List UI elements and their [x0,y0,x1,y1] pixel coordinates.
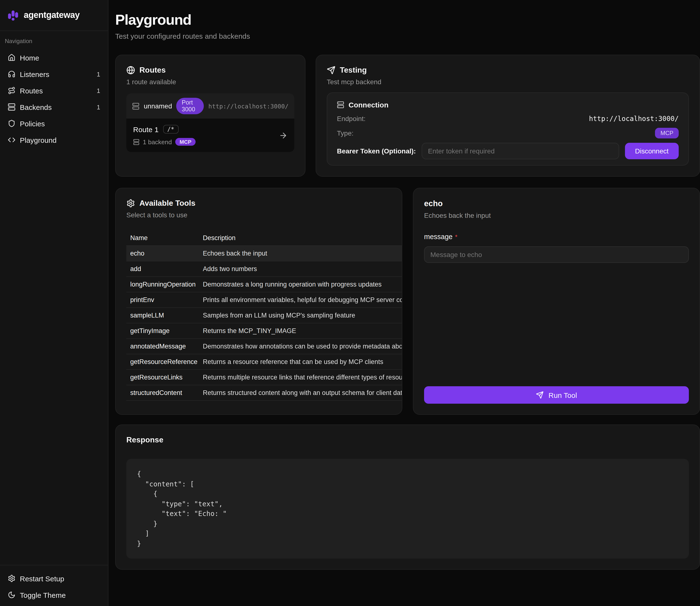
route-info: Route 1 /* 1 backend MCP [133,125,279,146]
code-icon [8,136,16,144]
tool-row-structuredcontent[interactable]: structuredContentReturns structured cont… [126,385,402,400]
tool-runner-card: echo Echoes back the input message* Run … [413,188,700,415]
column-header-name: Name [126,230,199,246]
agentgateway-logo-icon [7,9,19,22]
run-tool-button[interactable]: Run Tool [424,386,689,404]
tool-row-echo[interactable]: echoEchoes back the input [126,246,402,261]
listener-url: http://localhost:3000/ [208,102,288,110]
route-name: Route 1 [133,125,159,133]
bearer-token-label: Bearer Token (Optional): [337,147,416,155]
nav-section-label: Navigation [4,37,104,49]
endpoint-label: Endpoint: [337,115,366,122]
required-marker: * [455,233,458,240]
tool-row-gettinyimage[interactable]: getTinyImageReturns the MCP_TINY_IMAGE [126,323,402,339]
sidebar-item-count: 1 [97,87,100,94]
globe-icon [126,66,135,74]
connection-title: Connection [349,100,389,109]
sidebar-item-label: Listeners [20,70,49,78]
tool-runner-title: echo [424,199,689,208]
routes-card: Routes 1 route available unnamed Port 30… [115,55,305,177]
routes-card-title: Routes [139,66,166,74]
route-list-item[interactable]: Route 1 /* 1 backend MCP [126,119,294,152]
server-icon [8,103,16,111]
tool-row-getresourcereference[interactable]: getResourceReferenceReturns a resource r… [126,354,402,370]
sidebar-item-routes[interactable]: Routes 1 [4,82,104,99]
top-row: Routes 1 route available unnamed Port 30… [115,55,700,177]
tool-row-samplellm[interactable]: sampleLLMSamples from an LLM using MCP's… [126,308,402,323]
sidebar-item-label: Playground [20,136,56,144]
connection-header: Connection [337,98,679,111]
routes-card-subtitle: 1 route available [126,78,294,86]
available-tools-card: Available Tools Select a tools to use Na… [115,188,402,415]
type-badge: MCP [655,128,679,138]
sidebar-item-label: Home [20,53,39,62]
tool-row-getresourcelinks[interactable]: getResourceLinksReturns multiple resourc… [126,370,402,385]
response-json-block: { "content": [ { "type": "text", "text":… [126,459,689,559]
response-card: Response { "content": [ { "type": "text"… [115,424,700,570]
toggle-theme-label: Toggle Theme [20,591,66,599]
run-tool-label: Run Tool [549,391,577,399]
restart-setup-button[interactable]: Restart Setup [4,570,104,587]
tool-row-add[interactable]: addAdds two numbers [126,261,402,277]
page-title: Playground [115,11,700,28]
listener-name: unnamed [144,102,172,110]
sidebar-item-label: Routes [20,86,43,95]
sidebar-item-listeners[interactable]: Listeners 1 [4,66,104,82]
sidebar-item-label: Backends [20,103,52,111]
port-badge: Port 3000 [177,98,204,114]
tools-card-title: Available Tools [139,199,195,208]
arrow-right-icon [279,131,287,140]
route-path-badge: /* [163,125,179,134]
gear-icon [126,199,135,208]
sidebar: agentgateway Navigation Home Listeners 1… [0,0,109,606]
testing-card-subtitle: Test mcp backend [327,78,689,86]
bearer-token-input[interactable] [422,143,619,159]
disconnect-button[interactable]: Disconnect [625,143,679,159]
shield-icon [8,120,16,127]
response-card-title: Response [126,436,163,444]
middle-row: Available Tools Select a tools to use Na… [115,188,700,415]
testing-card-header: Testing [327,66,689,74]
send-icon [327,66,335,74]
endpoint-row: Endpoint: http://localhost:3000/ [337,111,679,126]
tool-row-longrunningoperation[interactable]: longRunningOperationDemonstrates a long … [126,277,402,292]
testing-card: Testing Test mcp backend Connection Endp… [316,55,700,177]
server-icon [337,101,344,108]
tools-table: Name Description echoEchoes back the inp… [126,230,402,401]
connection-panel: Connection Endpoint: http://localhost:30… [327,92,689,166]
sidebar-item-label: Policies [20,119,45,127]
moon-icon [8,591,16,599]
testing-card-title: Testing [340,66,367,74]
sidebar-item-playground[interactable]: Playground [4,132,104,148]
type-row: Type: MCP [337,126,679,140]
message-field-label: message* [424,233,689,240]
playground-page: agentgateway Navigation Home Listeners 1… [0,0,700,606]
sidebar-item-home[interactable]: Home [4,49,104,66]
tool-row-printenv[interactable]: printEnvPrints all environment variables… [126,292,402,308]
tools-card-header: Available Tools [126,199,391,208]
server-icon [133,139,139,145]
page-subtitle: Test your configured routes and backends [115,32,700,40]
tools-card-subtitle: Select a tools to use [126,211,391,219]
message-input[interactable] [424,247,689,263]
listener-row: unnamed Port 3000 http://localhost:3000/ [126,93,294,119]
route-icon [8,87,16,94]
listener-group: unnamed Port 3000 http://localhost:3000/… [126,93,294,152]
response-card-header: Response [126,436,689,444]
endpoint-value: http://localhost:3000/ [589,115,679,122]
sidebar-item-policies[interactable]: Policies [4,115,104,132]
sidebar-footer: Restart Setup Toggle Theme [0,565,108,606]
tool-row-annotatedmessage[interactable]: annotatedMessageDemonstrates how annotat… [126,339,402,354]
route-backend-count: 1 backend [143,138,172,145]
bearer-token-row: Bearer Token (Optional): Disconnect [337,143,679,159]
spacer [424,263,689,386]
toggle-theme-button[interactable]: Toggle Theme [4,587,104,603]
brand-name: agentgateway [24,10,79,20]
tools-header-row: Name Description [126,230,402,246]
sidebar-item-count: 1 [97,70,100,78]
restart-setup-label: Restart Setup [20,574,64,583]
brand-header: agentgateway [0,0,108,31]
sidebar-item-backends[interactable]: Backends 1 [4,99,104,115]
send-icon [536,391,544,399]
routes-card-header: Routes [126,66,294,74]
